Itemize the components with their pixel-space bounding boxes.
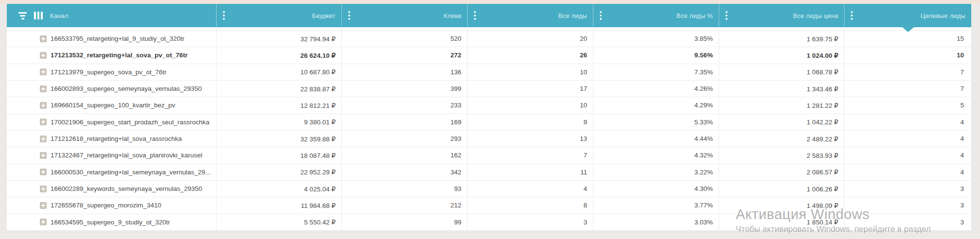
expand-plus-icon[interactable] bbox=[40, 52, 47, 59]
table-row[interactable]: 171213532_retargeting+lal_sova_pv_ot_76t… bbox=[7, 47, 971, 64]
target-leads-cell: 3 bbox=[844, 197, 971, 213]
all-leads-cost-cell: 1 006.26 ₽ bbox=[719, 181, 844, 197]
column-header[interactable]: Все лиды цена bbox=[719, 4, 844, 27]
all-leads-pct-cell: 4.30% bbox=[593, 181, 719, 197]
sort-desc-arrow-icon bbox=[902, 27, 914, 32]
column-header[interactable]: Бюджет bbox=[216, 4, 341, 27]
channel-name: 171212618_retargeting+lal_sova_rassrochk… bbox=[51, 135, 182, 142]
all-leads-cost-cell: 2 489.22 ₽ bbox=[719, 131, 844, 147]
expand-plus-icon[interactable] bbox=[40, 68, 47, 75]
target-leads-cell: 3 bbox=[844, 181, 971, 197]
table-row[interactable]: 171212618_retargeting+lal_sova_rassrochk… bbox=[7, 131, 971, 147]
budget-cell: 9 380.01 ₽ bbox=[216, 114, 341, 130]
all-leads-cell: 4 bbox=[467, 181, 593, 197]
table-row[interactable]: 166000530_retargeting+lal_semeynaya_vern… bbox=[7, 164, 971, 181]
table-row[interactable]: 170021906_supergeo_start_prodazh_seul_ra… bbox=[7, 114, 971, 131]
all-leads-cost-cell: 1 024.00 ₽ bbox=[719, 47, 844, 63]
top-strip bbox=[0, 0, 980, 4]
channel-cell: 166533795_retargeting+lal_9_studiy_ot_32… bbox=[7, 31, 216, 47]
all-leads-cell: 11 bbox=[467, 164, 593, 180]
column-header[interactable]: Целевые лиды bbox=[844, 4, 971, 27]
budget-cell: 22 838.87 ₽ bbox=[216, 81, 341, 97]
all-leads-cost-cell: 1 850.14 ₽ bbox=[719, 214, 844, 230]
expand-plus-icon[interactable] bbox=[40, 102, 47, 109]
column-menu-icon[interactable] bbox=[598, 9, 603, 22]
budget-cell: 26 624.10 ₽ bbox=[216, 47, 341, 63]
channel-name: 166002893_supergeo_semeynaya_vernulas_29… bbox=[51, 85, 202, 92]
column-header-channel[interactable]: Канал bbox=[7, 4, 216, 27]
campaign-table: Канал Бюджет Клики Все лиды Все лиды % В… bbox=[7, 4, 971, 231]
expand-plus-icon[interactable] bbox=[40, 152, 47, 159]
target-leads-cell: 15 bbox=[844, 31, 971, 47]
target-leads-cell: 4 bbox=[844, 147, 971, 163]
target-leads-cell: 10 bbox=[844, 47, 971, 63]
all-leads-cell: 10 bbox=[467, 64, 593, 80]
all-leads-cost-cell: 1 343.46 ₽ bbox=[719, 81, 844, 97]
channel-cell: 171213979_supergeo_sova_pv_ot_76tr bbox=[7, 64, 216, 80]
column-header-label: Целевые лиды bbox=[921, 12, 966, 19]
expand-plus-icon[interactable] bbox=[40, 186, 47, 192]
column-header[interactable]: Все лиды % bbox=[593, 4, 719, 27]
table-row[interactable]: 171322467_retargeting+lal_sova_planirovk… bbox=[7, 147, 971, 164]
budget-cell: 32 794.94 ₽ bbox=[216, 31, 341, 47]
channel-name: 172655678_supergeo_morozim_3410 bbox=[51, 202, 161, 209]
column-menu-icon[interactable] bbox=[724, 9, 729, 22]
column-header-label: Все лиды bbox=[558, 12, 587, 19]
expand-plus-icon[interactable] bbox=[40, 119, 47, 125]
all-leads-cell: 3 bbox=[467, 214, 593, 230]
clicks-cell: 399 bbox=[341, 81, 467, 97]
channel-cell: 166002289_keywords_semeynaya_vernulas_29… bbox=[7, 181, 216, 197]
all-leads-cell: 9 bbox=[467, 114, 593, 130]
channel-cell: 170021906_supergeo_start_prodazh_seul_ra… bbox=[7, 114, 216, 130]
budget-cell: 18 087.48 ₽ bbox=[216, 147, 341, 163]
table-row[interactable]: 171213979_supergeo_sova_pv_ot_76tr 10 68… bbox=[7, 64, 971, 81]
all-leads-pct-cell: 4.26% bbox=[593, 81, 719, 97]
budget-cell: 22 952.29 ₽ bbox=[216, 164, 341, 180]
column-menu-icon[interactable] bbox=[473, 9, 477, 22]
column-header[interactable]: Все лиды bbox=[467, 4, 593, 27]
expand-plus-icon[interactable] bbox=[40, 85, 47, 92]
all-leads-cost-cell: 1 639.75 ₽ bbox=[719, 31, 844, 47]
channel-name: 171213532_retargeting+lal_sova_pv_ot_76t… bbox=[51, 51, 188, 59]
all-leads-cost-cell: 1 281.22 ₽ bbox=[719, 97, 844, 113]
target-leads-cell: 3 bbox=[844, 214, 971, 230]
expand-plus-icon[interactable] bbox=[40, 169, 47, 175]
all-leads-pct-cell: 5.33% bbox=[593, 114, 719, 130]
all-leads-pct-cell: 3.22% bbox=[593, 164, 719, 180]
budget-cell: 4 025.04 ₽ bbox=[216, 181, 341, 197]
table-row[interactable]: 166002289_keywords_semeynaya_vernulas_29… bbox=[7, 181, 971, 197]
expand-plus-icon[interactable] bbox=[40, 35, 47, 42]
channel-cell: 171213532_retargeting+lal_sova_pv_ot_76t… bbox=[7, 47, 216, 63]
columns-icon[interactable] bbox=[34, 12, 43, 19]
expand-plus-icon[interactable] bbox=[40, 202, 47, 209]
clicks-cell: 342 bbox=[341, 164, 467, 180]
channel-cell: 166002893_supergeo_semeynaya_vernulas_29… bbox=[7, 81, 216, 97]
expand-plus-icon[interactable] bbox=[40, 136, 47, 142]
column-header[interactable]: Клики bbox=[341, 4, 467, 27]
all-leads-cell: 20 bbox=[467, 31, 593, 47]
column-menu-icon[interactable] bbox=[221, 9, 226, 22]
expand-plus-icon[interactable] bbox=[40, 219, 47, 225]
channel-cell: 171212618_retargeting+lal_sova_rassrochk… bbox=[7, 131, 216, 147]
table-row[interactable]: 166534595_supergeo_9_studiy_ot_320tr 5 5… bbox=[7, 214, 971, 231]
all-leads-cost-cell: 2 086.57 ₽ bbox=[719, 164, 844, 180]
channel-cell: 166000530_retargeting+lal_semeynaya_vern… bbox=[7, 164, 216, 180]
all-leads-pct-cell: 4.44% bbox=[593, 131, 719, 147]
table-row[interactable]: 166533795_retargeting+lal_9_studiy_ot_32… bbox=[7, 31, 971, 47]
clicks-cell: 162 bbox=[341, 147, 467, 163]
target-leads-cell: 7 bbox=[844, 81, 971, 97]
table-row[interactable]: 169660154_supergeo_100_kvartir_bez_pv 12… bbox=[7, 97, 971, 114]
column-menu-icon[interactable] bbox=[849, 9, 854, 22]
channel-name: 166000530_retargeting+lal_semeynaya_vern… bbox=[51, 169, 211, 176]
clicks-cell: 272 bbox=[341, 47, 467, 63]
table-row[interactable]: 166002893_supergeo_semeynaya_vernulas_29… bbox=[7, 81, 971, 97]
table-header: Канал Бюджет Клики Все лиды Все лиды % В… bbox=[7, 4, 971, 27]
column-menu-icon[interactable] bbox=[347, 9, 352, 22]
target-leads-cell: 5 bbox=[844, 97, 971, 113]
column-header-label: Бюджет bbox=[312, 12, 336, 19]
all-leads-cost-cell: 1 068.78 ₽ bbox=[719, 64, 844, 80]
filter-icon[interactable] bbox=[18, 12, 27, 19]
table-row[interactable]: 172655678_supergeo_morozim_3410 11 984.6… bbox=[7, 197, 971, 214]
clicks-cell: 212 bbox=[341, 197, 467, 213]
channel-name: 171322467_retargeting+lal_sova_planirovk… bbox=[51, 152, 203, 159]
